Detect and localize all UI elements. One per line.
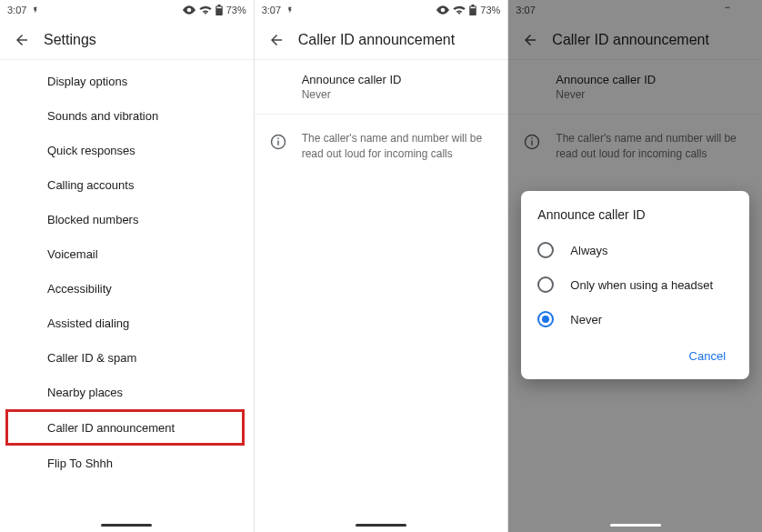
radio-label: Never [570,313,602,326]
appbar: Settings [0,20,254,60]
radio-icon [537,311,554,327]
setting-value: Never [302,88,494,101]
setting-label: Announce caller ID [302,73,494,86]
settings-item-label: Sounds and vibration [47,109,158,123]
announce-caller-id-item[interactable]: Announce caller ID Never [255,60,508,114]
settings-item[interactable]: Accessibility [0,271,254,306]
screen-settings: 3:07 73% Settings Display optionsSounds … [0,0,255,532]
settings-item[interactable]: Assisted dialing [0,306,254,340]
charging-icon [286,5,294,15]
eye-icon [436,5,449,15]
settings-item-label: Nearby places [47,386,123,399]
nav-pill[interactable] [101,524,152,527]
radio-icon [537,242,554,258]
svg-rect-0 [216,9,221,15]
settings-item[interactable]: Nearby places [0,375,254,409]
back-icon[interactable] [262,25,291,55]
settings-item-label: Quick responses [47,144,135,157]
battery-percent: 73% [226,5,246,15]
back-icon[interactable] [7,25,36,55]
settings-item-label: Voicemail [47,247,98,261]
radio-option[interactable]: Never [537,302,733,336]
settings-item-label: Calling accounts [47,178,134,192]
radio-label: Always [570,244,607,257]
cancel-button[interactable]: Cancel [682,342,733,370]
info-row: The caller's name and number will be rea… [255,114,508,175]
svg-rect-6 [277,138,279,140]
nav-pill[interactable] [356,524,406,527]
radio-option[interactable]: Only when using a headset [537,267,733,302]
page-title: Settings [44,32,96,48]
svg-rect-2 [471,9,476,15]
svg-rect-1 [216,7,221,9]
info-icon [269,133,287,151]
settings-item[interactable]: Display options [0,64,254,98]
wifi-icon [199,5,212,15]
screen-caller-id: 3:07 73% Caller ID announcement Announce… [255,0,509,532]
settings-list: Display optionsSounds and vibrationQuick… [0,60,254,480]
wifi-icon [453,5,466,15]
settings-item[interactable]: Quick responses [0,133,254,167]
battery-icon [216,5,223,15]
status-bar: 3:07 73% [255,0,508,20]
settings-item[interactable]: Sounds and vibration [0,98,254,133]
settings-item[interactable]: Calling accounts [0,167,254,202]
settings-item-label: Blocked numbers [47,213,138,226]
settings-item[interactable]: Blocked numbers [0,202,254,236]
clock: 3:07 [7,5,26,15]
eye-icon [183,5,196,15]
clock: 3:07 [262,5,281,15]
settings-item-label: Caller ID & spam [47,351,136,365]
settings-item-label: Caller ID announcement [47,421,175,435]
radio-option[interactable]: Always [537,233,733,267]
radio-icon [537,276,554,293]
announce-caller-id-dialog: Announce caller ID AlwaysOnly when using… [521,191,749,379]
page-title: Caller ID announcement [298,32,456,48]
settings-item[interactable]: Flip To Shhh [0,446,254,480]
status-bar: 3:07 73% [0,0,254,20]
svg-rect-5 [277,141,279,146]
dialog-title: Announce caller ID [537,207,733,222]
radio-label: Only when using a headset [570,278,713,292]
settings-item[interactable]: Voicemail [0,236,254,271]
settings-item-label: Accessibility [47,282,112,296]
info-text: The caller's name and number will be rea… [302,131,494,162]
settings-item-label: Display options [47,75,127,88]
svg-rect-3 [471,7,476,9]
battery-percent: 73% [480,5,500,15]
nav-pill[interactable] [610,524,661,527]
settings-item-label: Flip To Shhh [47,457,113,470]
settings-item-label: Assisted dialing [47,316,129,330]
screen-caller-id-dialog: 3:07 73% Caller ID announcement Announce… [508,0,762,532]
settings-item[interactable]: Caller ID & spam [0,340,254,375]
battery-icon [469,5,476,15]
charging-icon [32,5,39,15]
appbar: Caller ID announcement [255,20,508,60]
settings-item[interactable]: Caller ID announcement [5,409,245,446]
